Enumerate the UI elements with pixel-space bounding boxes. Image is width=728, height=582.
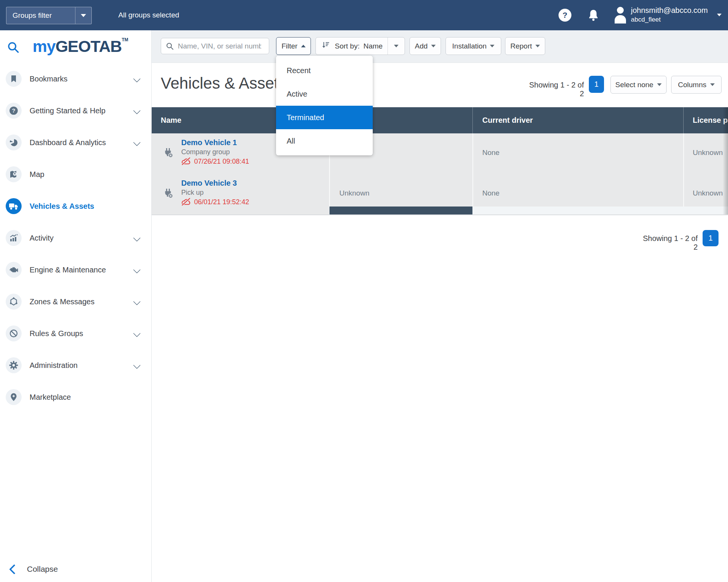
device-disconnected-icon (163, 147, 174, 160)
installation-button[interactable]: Installation (446, 37, 501, 55)
table-bottom-border (152, 214, 728, 215)
sidebar-item-map[interactable]: Map (0, 158, 151, 190)
chevron-down-icon[interactable] (133, 361, 141, 369)
scrollbar-thumb[interactable] (329, 207, 472, 215)
sort-value: Name (363, 42, 383, 50)
notification-bell-icon[interactable] (587, 8, 600, 22)
pie-chart-icon (6, 135, 22, 150)
filter-label: Filter (281, 42, 297, 50)
sidebar-item-engine-maintenance[interactable]: Engine & Maintenance (0, 254, 151, 286)
sidebar-item-dashboard[interactable]: Dashboard & Analytics (0, 127, 151, 158)
table-row[interactable]: Demo Vehicle 1 Company group 07/26/21 09… (152, 133, 728, 174)
sidebar-item-administration[interactable]: Administration (0, 349, 151, 381)
last-communication: 07/26/21 09:08:41 (181, 157, 249, 166)
toolbar: Filter Sort by: Name Add Installation Re… (152, 30, 728, 63)
page-1-button[interactable]: 1 (589, 76, 604, 93)
add-button[interactable]: Add (410, 37, 441, 55)
sidebar-item-zones-messages[interactable]: Zones & Messages (0, 286, 151, 318)
select-none-button[interactable]: Select none (610, 76, 667, 94)
cell-license-plate: Unknown (693, 149, 723, 157)
collapse-label: Collapse (27, 565, 58, 574)
help-icon[interactable]: ? (559, 9, 571, 22)
sort-prefix: Sort by: (335, 42, 359, 50)
top-bar: Groups filter All groups selected ? john… (0, 0, 728, 30)
chevron-down-icon[interactable] (133, 139, 141, 146)
report-button[interactable]: Report (505, 37, 545, 55)
mygeotab-logo[interactable]: myGEOTABTM (33, 37, 128, 56)
sidebar-item-marketplace[interactable]: Marketplace (0, 381, 151, 413)
column-divider (683, 107, 684, 133)
sidebar-item-label: Vehicles & Assets (30, 202, 151, 211)
column-divider (472, 107, 473, 133)
user-database: abcd_fleet (631, 15, 708, 24)
sidebar-item-rules-groups[interactable]: Rules & Groups (0, 318, 151, 349)
sidebar-item-label: Administration (30, 361, 134, 370)
filter-dropdown-menu: Recent Active Terminated All (276, 56, 373, 155)
filter-option-recent[interactable]: Recent (276, 59, 373, 82)
logo-my: my (33, 37, 55, 55)
sidebar-item-activity[interactable]: Activity (0, 222, 151, 254)
chevron-down-icon (81, 14, 86, 17)
last-communication: 06/01/21 19:52:42 (181, 197, 249, 207)
groups-status-text: All groups selected (118, 0, 179, 30)
cell-license-plate: Unknown (693, 189, 723, 197)
bell-icon (587, 8, 600, 22)
groups-filter-caret[interactable] (75, 14, 91, 17)
search-icon (166, 42, 174, 50)
user-menu[interactable]: johnsmith@abcco.com abcd_fleet (613, 5, 708, 25)
add-label: Add (415, 42, 428, 50)
filter-option-all[interactable]: All (276, 129, 373, 153)
last-communication-time: 07/26/21 09:08:41 (194, 158, 249, 166)
sidebar-item-label: Getting Started & Help (30, 106, 134, 115)
page-title: Vehicles & Assets (161, 74, 287, 92)
vehicle-group: Company group (181, 148, 230, 156)
zones-hexagon-icon (6, 294, 22, 310)
report-label: Report (510, 42, 532, 50)
map-icon (6, 166, 22, 182)
showing-count: Showing 1 - 2 of 2 (523, 81, 584, 98)
help-circle-icon: ? (6, 103, 22, 119)
no-communication-icon (181, 197, 191, 207)
sort-caret-section[interactable] (388, 38, 405, 55)
groups-filter-button[interactable]: Groups filter (6, 7, 92, 24)
chevron-down-icon[interactable] (133, 330, 141, 337)
sidebar-collapse-button[interactable]: Collapse (0, 558, 151, 580)
filter-button[interactable]: Filter (276, 37, 311, 55)
chevron-down-icon[interactable] (133, 298, 141, 305)
sidebar-item-vehicles-assets[interactable]: Vehicles & Assets (0, 190, 151, 222)
table-header: Name Current driver License p (152, 107, 728, 133)
chevron-down-icon[interactable] (133, 234, 141, 242)
horizontal-scrollbar[interactable] (329, 207, 728, 215)
user-email: johnsmith@abcco.com (631, 5, 708, 15)
chevron-up-icon (301, 45, 306, 47)
columns-button[interactable]: Columns (671, 76, 722, 94)
sidebar-item-getting-started[interactable]: ? Getting Started & Help (0, 95, 151, 127)
engine-icon (6, 262, 22, 278)
column-header-current-driver[interactable]: Current driver (482, 107, 533, 133)
sidebar: myGEOTABTM Bookmarks ? Getting Started &… (0, 30, 152, 582)
column-header-name[interactable]: Name (161, 107, 181, 133)
filter-option-terminated[interactable]: Terminated (276, 106, 373, 129)
search-input[interactable] (177, 42, 262, 51)
vehicle-group: Pick up (181, 189, 204, 197)
sort-button[interactable]: Sort by: Name (315, 37, 405, 55)
sort-icon (321, 41, 330, 52)
chevron-down-icon[interactable] (133, 75, 141, 83)
vehicle-name-link[interactable]: Demo Vehicle 1 (181, 138, 237, 147)
page-1-button-bottom[interactable]: 1 (703, 230, 719, 246)
select-none-label: Select none (615, 81, 653, 89)
chevron-down-icon[interactable] (133, 107, 141, 114)
user-avatar-icon (613, 5, 627, 25)
groups-filter-label: Groups filter (6, 11, 75, 20)
sidebar-search-icon[interactable] (7, 41, 20, 54)
chevron-down-icon (431, 45, 436, 47)
filter-option-active[interactable]: Active (276, 82, 373, 106)
vehicle-name-link[interactable]: Demo Vehicle 3 (181, 179, 237, 188)
chevron-down-icon[interactable] (133, 266, 141, 274)
logo-tm: TM (122, 37, 128, 42)
user-menu-chevron-down-icon[interactable] (717, 14, 722, 16)
asset-search-box[interactable] (161, 38, 269, 54)
cell-col2: Unknown (339, 189, 369, 197)
sidebar-item-bookmarks[interactable]: Bookmarks (0, 63, 151, 95)
column-header-license-plate[interactable]: License p (693, 107, 728, 133)
